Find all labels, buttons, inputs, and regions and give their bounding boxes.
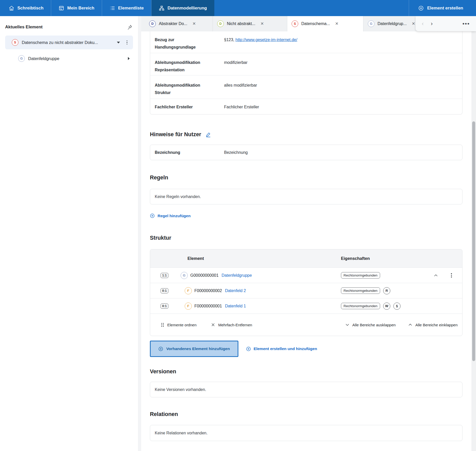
tabs-next-icon[interactable]: ›: [431, 20, 433, 27]
section-title: Regeln: [150, 175, 168, 181]
hinweise-card: Bezeichnung Bezeichnung: [150, 145, 462, 160]
empty-state-text: Keine Relationen vorhanden.: [155, 431, 207, 435]
multi-remove-button[interactable]: Mehrfach-Entfernen: [211, 322, 252, 327]
element-name-link[interactable]: Datenfeld 1: [225, 304, 246, 308]
add-existing-element-label: Vorhandenes Element hinzufügen: [166, 346, 230, 351]
property-value: Bezeichnung: [224, 150, 248, 155]
tab-datenschema[interactable]: S Datenschema... ✕: [287, 16, 363, 31]
law-url-link[interactable]: http://www.gesetze-im-internet.de/: [235, 38, 297, 42]
section-title: Relationen: [150, 411, 178, 418]
property-label: Fachlicher Ersteller: [155, 105, 211, 109]
element-properties: Rechtsnormgebunden: [341, 272, 380, 279]
chevron-down-icon: [345, 322, 350, 327]
r-mark-icon: R: [383, 287, 390, 294]
property-label: Ableitungsmodifikation Struktur: [155, 82, 211, 97]
tabs-more-icon[interactable]: •••: [462, 20, 470, 27]
close-icon[interactable]: ✕: [335, 22, 338, 26]
add-rule-label: Regel hinzufügen: [158, 214, 191, 218]
kebab-menu-icon[interactable]: [127, 40, 128, 45]
element-name-link[interactable]: Datenfeld 2: [225, 288, 246, 293]
section-title: Hinweise für Nutzer: [150, 131, 201, 138]
add-rule-button[interactable]: Regel hinzufügen: [150, 213, 191, 218]
table-row-datenfeld-2: 0:1 F F00000000002 Datenfeld 2 Rechtsnor…: [150, 283, 462, 298]
rechtsnormgebunden-badge: Rechtsnormgebunden: [341, 303, 380, 309]
add-existing-element-button[interactable]: Vorhandenes Element hinzufügen: [150, 341, 238, 357]
property-row: Fachlicher Ersteller Fachlicher Erstelle…: [150, 99, 462, 114]
nav-item-label: Schreibtisch: [17, 6, 43, 11]
group-letter-icon: G: [18, 55, 25, 62]
section-heading-versionen: Versionen: [150, 368, 471, 375]
relationen-empty-card: Keine Relationen vorhanden.: [150, 425, 462, 441]
chevron-down-icon[interactable]: [117, 42, 120, 43]
pin-icon[interactable]: [127, 24, 132, 30]
element-properties: Rechtsnormgebunden W §: [341, 303, 401, 310]
nav-item-datenmodellierung[interactable]: Datenmodellierung: [151, 0, 214, 16]
section-title: Struktur: [150, 235, 171, 241]
close-icon[interactable]: ✕: [412, 22, 415, 26]
create-and-add-element-label: Element erstellen und hinzufügen: [254, 346, 317, 351]
nav-item-mein-bereich[interactable]: Mein Bereich: [51, 0, 102, 16]
sidebar-item-datenschema[interactable]: S Datenschema zu nicht abstrakter Doku..…: [5, 36, 133, 49]
collapse-all-button[interactable]: Alle Bereiche einklappen: [408, 322, 458, 327]
property-label: Bezug zur Handlungsgrundlage: [155, 36, 211, 51]
property-value: §123, http://www.gesetze-im-internet.de/: [224, 36, 297, 44]
structure-table-header: Element Eigenschaften: [150, 249, 462, 268]
multi-remove-label: Mehrfach-Entfernen: [218, 323, 252, 327]
order-elements-label: Elemente ordnen: [167, 323, 196, 327]
tabs-prev-icon[interactable]: ‹: [422, 20, 424, 27]
w-mark-icon: W: [383, 303, 390, 310]
edit-icon[interactable]: [206, 132, 211, 137]
section-title: Versionen: [150, 368, 176, 375]
property-row: Bezug zur Handlungsgrundlage §123, http:…: [150, 31, 462, 53]
element-properties-card: Bezug zur Handlungsgrundlage §123, http:…: [150, 31, 462, 114]
doc-letter-icon: D: [149, 20, 156, 27]
nav-item-schreibtisch[interactable]: Schreibtisch: [0, 0, 51, 16]
section-heading-hinweise: Hinweise für Nutzer: [150, 131, 471, 138]
create-element-button[interactable]: Element erstellen: [409, 0, 476, 16]
group-letter-icon: G: [368, 20, 374, 27]
close-icon[interactable]: ✕: [260, 22, 264, 26]
row-actions: [434, 273, 452, 278]
law-reference-text: §123,: [224, 38, 235, 42]
property-label: Bezeichnung: [155, 150, 211, 155]
nav-item-elementliste[interactable]: Elementliste: [102, 0, 151, 16]
property-value: alles modifizierbar: [224, 82, 257, 89]
table-row-datenfeld-1: 0:1 F F00000000001 Datenfeld 1 Rechtsnor…: [150, 298, 462, 314]
section-heading-regeln: Regeln: [150, 175, 471, 181]
sidebar-item-label: Datenfeldgruppe: [28, 56, 59, 61]
element-code: F00000000001: [194, 304, 222, 308]
tab-overflow-panel: ‹ › •••: [416, 16, 476, 31]
expand-all-button[interactable]: Alle Bereiche ausklappen: [345, 322, 396, 327]
row-menu-icon[interactable]: [451, 273, 452, 277]
property-row: Ableitungsmodifikation Struktur alles mo…: [150, 75, 462, 99]
property-row: Bezeichnung Bezeichnung: [150, 145, 462, 160]
collapse-row-icon[interactable]: [434, 273, 438, 278]
chevron-right-icon[interactable]: [128, 57, 130, 60]
rechtsnormgebunden-badge: Rechtsnormgebunden: [341, 272, 380, 279]
element-detail-panel: Bezug zur Handlungsgrundlage §123, http:…: [141, 31, 471, 451]
element-name-link[interactable]: Datenfeldgruppe: [222, 273, 252, 278]
top-navigation: Schreibtisch Mein Bereich Elementliste D…: [0, 0, 476, 16]
vertical-scrollbar-track[interactable]: [471, 31, 476, 451]
sidebar-item-datenfeldgruppe[interactable]: G Datenfeldgruppe: [5, 53, 133, 64]
tab-label: Nicht abstrakt...: [227, 21, 255, 26]
order-elements-button[interactable]: Elemente ordnen: [161, 323, 196, 327]
regeln-empty-card: Keine Regeln vorhanden.: [150, 189, 462, 204]
close-icon[interactable]: ✕: [192, 22, 196, 26]
column-header-eigenschaften: Eigenschaften: [341, 256, 370, 261]
vertical-scrollbar-thumb[interactable]: [472, 121, 475, 361]
collapse-all-label: Alle Bereiche einklappen: [415, 323, 458, 327]
tab-nicht-abstrakter-dokument[interactable]: D Nicht abstrakt... ✕: [213, 16, 287, 31]
create-and-add-element-button[interactable]: Element erstellen und hinzufügen: [246, 346, 317, 351]
expand-all-label: Alle Bereiche ausklappen: [352, 323, 396, 327]
rechtsnormgebunden-badge: Rechtsnormgebunden: [341, 287, 380, 294]
cardinality-badge: 0:1: [161, 288, 168, 293]
tab-abstrakter-dokument[interactable]: D Abstrakter Do... ✕: [145, 16, 213, 31]
property-value: Fachlicher Ersteller: [224, 105, 259, 109]
cardinality-badge: 0:1: [161, 304, 168, 309]
drag-handle-icon: [161, 323, 164, 327]
field-letter-icon: F: [185, 287, 192, 294]
list-icon: [109, 5, 115, 11]
topbar-spacer: [214, 0, 409, 16]
schema-letter-icon: S: [12, 39, 18, 46]
